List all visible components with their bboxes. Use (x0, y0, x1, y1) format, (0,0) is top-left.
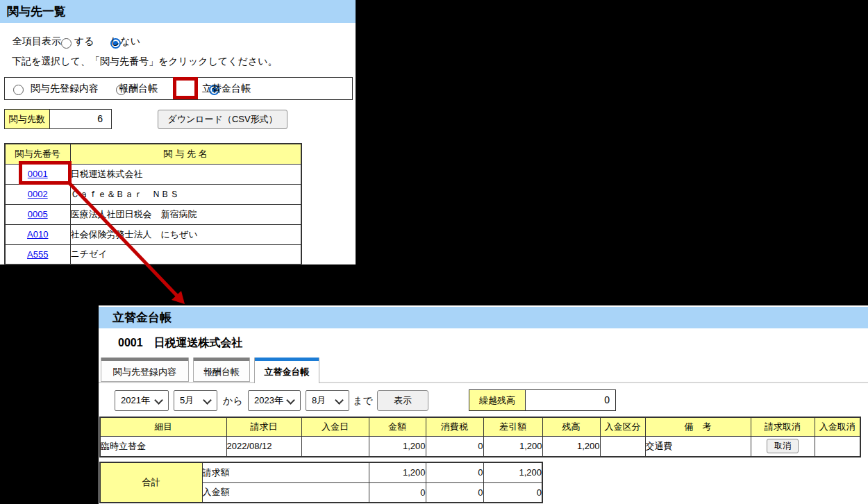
tab-label: 報酬台帳 (194, 366, 249, 378)
deposit-type-cell (600, 436, 645, 457)
to-year-value: 2023年 (254, 395, 283, 405)
carryover-label: 繰越残高 (469, 389, 526, 411)
col-tax: 消費税 (426, 417, 483, 436)
download-csv-button[interactable]: ダウンロード（CSV形式） (158, 110, 287, 129)
totals-billed-row: 合計 請求額 1,200 0 1,200 (100, 462, 542, 482)
from-year-select[interactable]: 2021年 (115, 390, 169, 411)
balance-cell: 1,200 (542, 436, 600, 457)
table-row: A010 社会保険労務士法人 にちぜい (5, 224, 301, 244)
tab-top-bar (194, 358, 249, 361)
col-billing-date: 請求日 (226, 417, 301, 436)
all-items-label: 全項目表示 (12, 35, 61, 48)
client-name-cell: Ｃａｆｅ＆Ｂａｒ ＮＢＳ (70, 184, 301, 204)
from-year-value: 2021年 (121, 395, 150, 405)
client-link-0005[interactable]: 0005 (28, 209, 48, 219)
totals-table: 合計 請求額 1,200 0 1,200 入金額 0 0 0 (99, 462, 543, 503)
col-deposit-date: 入金日 (301, 417, 369, 436)
chevron-down-icon (203, 396, 212, 405)
client-name-cell: 日税運送株式会社 (70, 164, 301, 184)
client-count-label: 関与先数 (4, 109, 50, 129)
from-month-value: 5月 (180, 395, 194, 405)
client-heading: 0001 日税運送株式会社 (118, 336, 243, 351)
table-row: 0005 医療法人社団日税会 新宿病院 (5, 204, 301, 224)
instruction-text: 下記を選択して、「関与先番号」をクリックしてください。 (12, 56, 278, 68)
page-title: 関与先一覧 (0, 0, 356, 23)
ledger-type-fee-label[interactable]: 報酬台帳 (119, 83, 158, 95)
item-cell: 臨時立替金 (100, 436, 226, 457)
deposit-label-cell: 入金額 (202, 482, 369, 503)
billed-balance-due-cell: 1,200 (483, 462, 542, 482)
annotation-highlight-client-0001 (19, 161, 72, 185)
show-all-yes-label[interactable]: する (74, 35, 94, 48)
tab-strip: 関与先登録内容 報酬台帳 立替金台帳 (99, 358, 868, 385)
cancel-button[interactable]: 取消 (767, 439, 799, 453)
billed-tax-cell: 0 (426, 462, 483, 482)
client-link-0002[interactable]: 0002 (28, 189, 48, 199)
chevron-down-icon (286, 396, 295, 405)
ledger-type-advance-label[interactable]: 立替金台帳 (202, 83, 251, 95)
billed-label-cell: 請求額 (202, 462, 369, 482)
table-row: A555 ニチゼイ (5, 244, 301, 264)
client-count-value: 6 (49, 109, 112, 129)
client-link-A555[interactable]: A555 (27, 249, 48, 260)
ledger-header: 立替金台帳 (99, 307, 868, 328)
col-billing-cancel: 請求取消 (751, 417, 815, 436)
tab-advance-ledger[interactable]: 立替金台帳 (254, 358, 319, 383)
col-amount: 金額 (369, 417, 426, 436)
client-name-cell: 医療法人社団日税会 新宿病院 (70, 204, 301, 224)
client-name-cell: 社会保険労務士法人 にちぜい (70, 224, 301, 244)
chevron-down-icon (154, 396, 163, 405)
advance-ledger-panel: 立替金台帳 0001 日税運送株式会社 関与先登録内容 報酬台帳 立替金台帳 2… (99, 305, 868, 504)
ledger-table: 細目 請求日 入金日 金額 消費税 差引額 残高 入金区分 備 考 請求取消 入… (99, 417, 861, 457)
from-month-select[interactable]: 5月 (174, 390, 217, 411)
billed-amount-cell: 1,200 (369, 462, 426, 482)
amount-cell: 1,200 (369, 436, 426, 457)
client-name-cell: ニチゼイ (70, 244, 301, 264)
col-balance-due: 差引額 (483, 417, 542, 436)
col-item: 細目 (100, 417, 226, 436)
deposit-balance-due-cell: 0 (483, 482, 542, 503)
client-list-panel: 関与先一覧 全項目表示 する しない 下記を選択して、「関与先番号」をクリックし… (0, 0, 356, 264)
col-note: 備 考 (645, 417, 751, 436)
ledger-title: 立替金台帳 (99, 307, 868, 328)
total-label-cell: 合計 (100, 462, 202, 503)
carryover-value: 0 (525, 389, 616, 411)
col-balance: 残高 (542, 417, 600, 436)
ledger-type-registration-radio[interactable] (13, 85, 24, 95)
show-all-yes-radio[interactable] (61, 38, 72, 49)
deposit-tax-cell: 0 (426, 482, 483, 503)
tab-label: 立替金台帳 (255, 366, 319, 378)
note-cell: 交通費 (645, 436, 751, 457)
tax-cell: 0 (426, 436, 483, 457)
annotation-highlight-advance-radio (173, 77, 198, 99)
show-all-no-label[interactable]: しない (110, 35, 140, 48)
deposit-amount-cell: 0 (369, 482, 426, 503)
tab-top-bar (255, 358, 319, 361)
client-list-header: 関与先一覧 (0, 0, 356, 23)
tab-top-bar (101, 358, 188, 361)
show-button[interactable]: 表示 (377, 390, 428, 411)
tab-underline (99, 382, 868, 383)
col-deposit-type: 入金区分 (600, 417, 645, 436)
ledger-type-registration-label[interactable]: 関与先登録内容 (31, 83, 99, 95)
ledger-row: 臨時立替金 2022/08/12 1,200 0 1,200 1,200 交通費… (100, 436, 860, 457)
table-row: 0002 Ｃａｆｅ＆Ｂａｒ ＮＢＳ (5, 184, 301, 204)
col-deposit-cancel: 入金取消 (815, 417, 860, 436)
tab-registration[interactable]: 関与先登録内容 (101, 358, 189, 382)
billing-date-cell: 2022/08/12 (226, 436, 301, 457)
deposit-cancel-cell (815, 436, 860, 457)
deposit-date-cell (301, 436, 369, 457)
balance-due-cell: 1,200 (483, 436, 542, 457)
to-month-value: 8月 (312, 395, 326, 405)
tab-label: 関与先登録内容 (101, 366, 188, 378)
from-suffix-label: から (223, 395, 243, 408)
to-month-select[interactable]: 8月 (306, 390, 349, 411)
to-suffix-label: まで (353, 395, 373, 408)
client-table-header-name: 関 与 先 名 (70, 144, 301, 164)
client-link-A010[interactable]: A010 (27, 229, 48, 240)
chevron-down-icon (335, 396, 344, 405)
to-year-select[interactable]: 2023年 (248, 390, 301, 411)
tab-fee-ledger[interactable]: 報酬台帳 (193, 358, 250, 382)
